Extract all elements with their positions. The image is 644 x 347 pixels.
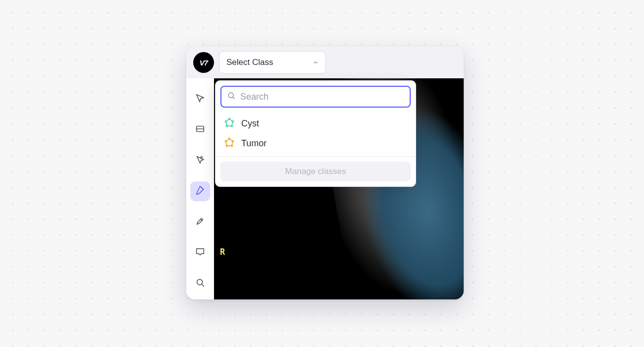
image-side-marker: R bbox=[220, 247, 225, 257]
brand-text: V7 bbox=[200, 58, 208, 67]
svg-point-9 bbox=[231, 125, 232, 126]
tool-polygon[interactable] bbox=[190, 181, 210, 201]
svg-point-14 bbox=[232, 140, 233, 142]
class-option-label: Tumor bbox=[241, 138, 267, 149]
chevron-up-icon bbox=[313, 59, 319, 65]
class-list: Cyst Tumor bbox=[215, 113, 416, 156]
svg-point-11 bbox=[225, 120, 226, 122]
select-class-dropdown-trigger[interactable]: Select Class bbox=[219, 51, 326, 74]
svg-point-15 bbox=[231, 145, 232, 146]
select-class-label: Select Class bbox=[226, 58, 273, 67]
class-option-label: Cyst bbox=[241, 118, 259, 129]
svg-point-8 bbox=[232, 120, 233, 122]
manage-classes-label: Manage classes bbox=[285, 167, 346, 176]
search-icon bbox=[195, 277, 206, 290]
tool-zoom[interactable] bbox=[190, 274, 210, 293]
bounding-box-icon bbox=[195, 123, 206, 136]
top-bar: V7 Select Class bbox=[186, 47, 464, 78]
svg-point-4 bbox=[228, 93, 233, 98]
class-search-field[interactable] bbox=[220, 86, 411, 108]
svg-point-7 bbox=[228, 118, 230, 119]
class-option-cyst[interactable]: Cyst bbox=[215, 114, 416, 133]
pen-icon bbox=[195, 185, 206, 198]
svg-point-16 bbox=[226, 145, 227, 146]
tool-auto-annotate[interactable] bbox=[190, 151, 210, 171]
svg-line-5 bbox=[233, 97, 235, 99]
class-search-wrap bbox=[215, 81, 416, 113]
polygon-class-icon bbox=[223, 117, 235, 129]
brand-logo: V7 bbox=[193, 52, 214, 73]
app-window: V7 Select Class bbox=[186, 47, 464, 299]
svg-point-17 bbox=[225, 140, 226, 142]
class-dropdown-footer: Manage classes bbox=[215, 156, 416, 186]
brush-icon bbox=[195, 216, 206, 229]
left-toolbar bbox=[186, 78, 214, 299]
tool-bounding-box[interactable] bbox=[190, 120, 210, 140]
search-icon bbox=[226, 91, 236, 103]
polygon-class-icon bbox=[223, 137, 235, 149]
tool-comment[interactable] bbox=[190, 243, 210, 263]
manage-classes-button[interactable]: Manage classes bbox=[220, 162, 411, 181]
tool-select[interactable] bbox=[190, 89, 210, 109]
class-search-input[interactable] bbox=[240, 92, 405, 102]
class-option-tumor[interactable]: Tumor bbox=[215, 133, 416, 153]
svg-line-3 bbox=[202, 284, 204, 286]
svg-point-13 bbox=[228, 138, 230, 139]
cursor-icon bbox=[195, 93, 206, 106]
comment-icon bbox=[195, 246, 206, 259]
svg-point-10 bbox=[226, 125, 227, 126]
class-dropdown-panel: Cyst Tumor Manage classes bbox=[215, 80, 416, 187]
magic-cursor-icon bbox=[195, 154, 206, 167]
tool-brush[interactable] bbox=[190, 212, 210, 232]
